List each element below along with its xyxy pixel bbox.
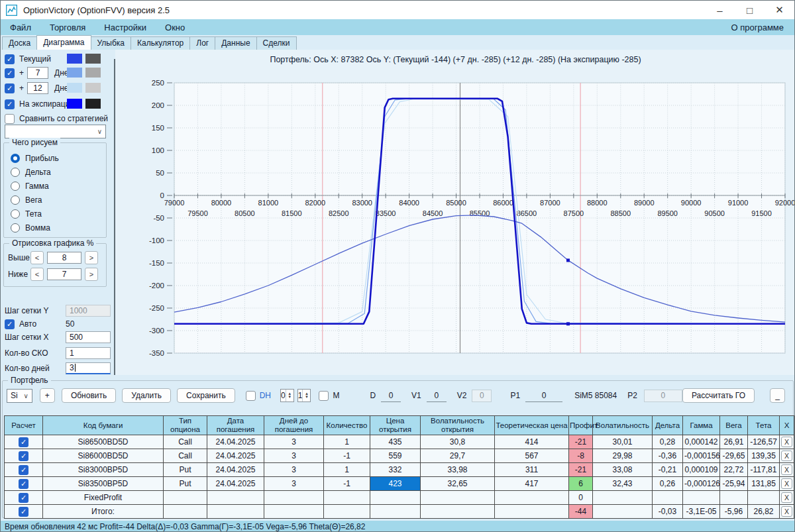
cell-type[interactable] bbox=[164, 505, 207, 519]
cell-open_vol[interactable]: 32,65 bbox=[421, 477, 495, 491]
cell-qty[interactable]: -1 bbox=[324, 449, 370, 463]
cell-date[interactable]: 24.04.2025 bbox=[207, 477, 264, 491]
decrease-button[interactable]: < bbox=[30, 251, 44, 264]
column-header-дней-до-погашения[interactable]: Дней до погашения bbox=[264, 416, 324, 435]
tab-данные[interactable]: Данные bbox=[215, 36, 256, 50]
column-header-дата-погашения[interactable]: Дата погашения bbox=[207, 416, 264, 435]
cell-type[interactable]: Put bbox=[164, 463, 207, 477]
cell-qty[interactable]: 1 bbox=[324, 435, 370, 449]
layer-color-swatch[interactable] bbox=[67, 54, 82, 64]
tab-сделки[interactable]: Сделки bbox=[256, 36, 297, 50]
add-portfolio-button[interactable]: + bbox=[40, 388, 55, 403]
cell-code[interactable]: Si86500BD5D bbox=[43, 435, 164, 449]
cell-delta[interactable]: -0,36 bbox=[653, 449, 683, 463]
save-button[interactable]: Сохранить bbox=[177, 388, 235, 403]
cell-days[interactable]: 3 bbox=[264, 477, 324, 491]
cell-open_vol[interactable]: 29,7 bbox=[421, 449, 495, 463]
m-checkbox[interactable] bbox=[319, 391, 329, 401]
cell-theta[interactable]: 131,85 bbox=[748, 477, 780, 491]
layer-checkbox-0[interactable]: ✓ bbox=[5, 54, 15, 64]
delete-row-button[interactable]: X bbox=[781, 506, 792, 517]
cell-profit[interactable]: -21 bbox=[569, 463, 593, 477]
cell-delta[interactable] bbox=[653, 491, 683, 505]
cell-theta[interactable]: 26,82 bbox=[748, 505, 780, 519]
calc-go-button[interactable]: Рассчитать ГО bbox=[682, 388, 755, 403]
radio-тета[interactable] bbox=[11, 209, 20, 219]
cell-type[interactable] bbox=[164, 491, 207, 505]
portfolio-select[interactable]: Si∨ bbox=[7, 389, 32, 403]
radio-прибыль[interactable] bbox=[11, 154, 20, 163]
cell-vol[interactable]: 30,01 bbox=[593, 435, 653, 449]
range-value-input[interactable] bbox=[47, 252, 81, 264]
increase-button[interactable]: > bbox=[85, 268, 98, 281]
cell-days[interactable] bbox=[264, 505, 324, 519]
cell-code[interactable]: Si86000BD5D bbox=[43, 449, 164, 463]
layer-checkbox-1[interactable]: ✓ bbox=[5, 68, 15, 78]
cell-vol[interactable] bbox=[593, 505, 653, 519]
menu-item-окно[interactable]: Окно bbox=[156, 23, 194, 32]
delete-row-button[interactable]: X bbox=[781, 437, 792, 447]
sko-count-input[interactable] bbox=[66, 347, 111, 359]
column-header-расчет[interactable]: Расчет bbox=[5, 416, 43, 435]
grid-step-y-input[interactable] bbox=[66, 305, 111, 317]
layer-color-swatch[interactable] bbox=[67, 99, 82, 109]
cell-vega[interactable]: -25,94 bbox=[720, 477, 748, 491]
cell-vol[interactable] bbox=[593, 491, 653, 505]
cell-open_price[interactable] bbox=[370, 491, 421, 505]
cell-gamma[interactable]: -3,1E-05 bbox=[683, 505, 720, 519]
cell-vega[interactable] bbox=[720, 491, 748, 505]
cell-date[interactable]: 24.04.2025 bbox=[207, 463, 264, 477]
delete-button[interactable]: Удалить bbox=[122, 388, 171, 403]
delete-row-button[interactable]: X bbox=[781, 478, 792, 489]
menu-item-файл[interactable]: Файл bbox=[1, 23, 40, 32]
cell-theo[interactable]: 311 bbox=[495, 463, 569, 477]
field-input-d[interactable] bbox=[381, 390, 401, 402]
cell-open_price[interactable]: 559 bbox=[370, 449, 421, 463]
cell-date[interactable]: 24.04.2025 bbox=[207, 435, 264, 449]
cell-vega[interactable]: -5,96 bbox=[720, 505, 748, 519]
delete-row-button[interactable]: X bbox=[781, 492, 792, 503]
delete-row-button[interactable]: X bbox=[781, 451, 792, 461]
layer-color2-swatch[interactable] bbox=[85, 68, 101, 78]
cell-vega[interactable]: -29,65 bbox=[720, 449, 748, 463]
menu-about[interactable]: О программе bbox=[720, 23, 794, 32]
layer-days-input-2[interactable] bbox=[27, 82, 48, 94]
layer-checkbox-3[interactable]: ✓ bbox=[5, 99, 15, 109]
minimize-button[interactable]: – bbox=[705, 1, 735, 19]
cell-days[interactable] bbox=[264, 491, 324, 505]
tab-диаграмма[interactable]: Диаграмма bbox=[36, 35, 91, 50]
cell-days[interactable]: 3 bbox=[264, 435, 324, 449]
cell-open_price[interactable]: 423 bbox=[370, 477, 421, 491]
cell-code[interactable]: Si83500BP5D bbox=[43, 477, 164, 491]
cell-days[interactable]: 3 bbox=[264, 449, 324, 463]
column-header-код-бумаги[interactable]: Код бумаги bbox=[43, 416, 164, 435]
layer-color2-swatch[interactable] bbox=[85, 83, 101, 93]
cell-vega[interactable]: 26,91 bbox=[720, 435, 748, 449]
column-header-волатильность[interactable]: Волатильность bbox=[593, 416, 653, 435]
dh-spinner-2[interactable]: 1▲▼ bbox=[297, 389, 311, 402]
payoff-chart[interactable]: 7900080000810008200083000840008500086000… bbox=[115, 67, 795, 375]
refresh-button[interactable]: Обновить bbox=[62, 388, 116, 403]
cell-code[interactable]: FixedProfit bbox=[43, 491, 164, 505]
menu-item-настройки[interactable]: Настройки bbox=[95, 23, 156, 32]
tab-доска[interactable]: Доска bbox=[2, 36, 37, 50]
cell-gamma[interactable] bbox=[683, 491, 720, 505]
cell-delta[interactable]: 0,28 bbox=[653, 435, 683, 449]
cell-open_price[interactable] bbox=[370, 505, 421, 519]
cell-qty[interactable] bbox=[324, 491, 370, 505]
column-header-волатильность-открытия[interactable]: Волатильность открытия bbox=[421, 416, 495, 435]
grid-step-x-input[interactable] bbox=[66, 331, 111, 343]
auto-checkbox[interactable]: ✓ bbox=[5, 319, 15, 329]
field-input-p2[interactable] bbox=[644, 390, 682, 402]
close-button[interactable]: ✕ bbox=[765, 1, 794, 19]
cell-profit[interactable]: 6 bbox=[569, 477, 593, 491]
spinner-arrows-icon[interactable]: ▲▼ bbox=[286, 390, 293, 401]
cell-open_vol[interactable] bbox=[421, 505, 495, 519]
column-header-цена-открытия[interactable]: Цена открытия bbox=[370, 416, 421, 435]
cell-open_price[interactable]: 332 bbox=[370, 463, 421, 477]
delete-row-button[interactable]: X bbox=[781, 464, 792, 475]
column-header-количество[interactable]: Количество bbox=[324, 416, 370, 435]
cell-theo[interactable]: 414 bbox=[495, 435, 569, 449]
compare-strategy-checkbox[interactable] bbox=[5, 114, 15, 124]
cell-vol[interactable]: 33,08 bbox=[593, 463, 653, 477]
